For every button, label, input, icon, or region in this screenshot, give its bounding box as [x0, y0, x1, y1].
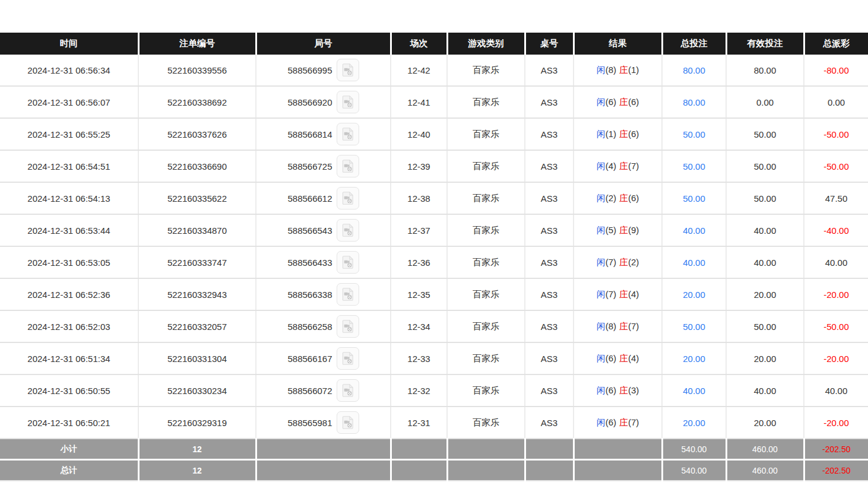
result-player-label: 闲	[597, 289, 606, 299]
table-row: 2024-12-31 06:51:34 522160331304 5885661…	[0, 342, 868, 374]
table-number: AS3	[525, 374, 574, 407]
video-file-icon	[340, 287, 356, 302]
payout-amount: -20.00	[804, 278, 868, 310]
table-row: 2024-12-31 06:50:55 522160330234 5885660…	[0, 374, 868, 407]
session-number: 12-41	[391, 86, 447, 118]
result-banker-points: (4)	[628, 353, 639, 363]
video-file-icon	[340, 94, 356, 110]
valid-bet-amount: 50.00	[726, 118, 804, 150]
round-number: 588566814	[287, 129, 332, 139]
bet-time: 2024-12-31 06:54:51	[0, 150, 138, 182]
result-player-label: 闲	[597, 97, 606, 107]
result-cell: 闲(7)庄(2)	[574, 246, 662, 278]
bet-time: 2024-12-31 06:56:07	[0, 86, 138, 118]
video-file-icon	[340, 319, 356, 334]
result-banker-label: 庄	[619, 353, 628, 363]
table-number: AS3	[525, 310, 574, 342]
game-type: 百家乐	[447, 278, 525, 310]
valid-bet-amount: 50.00	[726, 182, 804, 214]
round-cell: 588566995	[256, 55, 391, 86]
payout-amount: -50.00	[804, 150, 868, 182]
round-cell: 588566814	[256, 118, 391, 150]
video-replay-button[interactable]	[337, 251, 359, 274]
result-banker-points: (9)	[628, 225, 639, 235]
valid-bet-amount: 40.00	[726, 246, 804, 278]
video-replay-button[interactable]	[337, 379, 359, 402]
bet-time: 2024-12-31 06:50:55	[0, 374, 138, 407]
result-player-label: 闲	[597, 65, 606, 75]
game-type: 百家乐	[447, 118, 525, 150]
result-cell: 闲(6)庄(6)	[574, 86, 662, 118]
valid-bet-amount: 40.00	[726, 214, 804, 246]
result-player-label: 闲	[597, 353, 606, 363]
bet-id: 522160337626	[138, 118, 256, 150]
table-summary: 小计 12 540.00 460.00 -202.50 总计 12 540.00	[0, 439, 868, 481]
session-number: 12-38	[391, 182, 447, 214]
total-bet-amount: 80.00	[662, 86, 726, 118]
result-player-label: 闲	[597, 161, 606, 171]
video-replay-button[interactable]	[337, 219, 359, 242]
result-banker-label: 庄	[619, 225, 628, 235]
video-replay-button[interactable]	[337, 91, 359, 113]
valid-bet-amount: 20.00	[726, 342, 804, 374]
table-row: 2024-12-31 06:52:03 522160332057 5885662…	[0, 310, 868, 342]
video-replay-button[interactable]	[337, 283, 359, 306]
bet-id: 522160332057	[138, 310, 256, 342]
session-number: 12-34	[391, 310, 447, 342]
video-file-icon	[340, 351, 356, 366]
header-table-no: 桌号	[525, 33, 574, 55]
video-replay-button[interactable]	[337, 411, 359, 434]
payout-amount: 47.50	[804, 182, 868, 214]
table-number: AS3	[525, 342, 574, 374]
round-cell: 588566258	[256, 310, 391, 342]
session-number: 12-35	[391, 278, 447, 310]
video-replay-button[interactable]	[337, 187, 359, 209]
video-file-icon	[340, 190, 356, 206]
video-file-icon	[340, 415, 356, 430]
valid-bet-amount: 50.00	[726, 150, 804, 182]
header-row: 时间 注单编号 局号 场次 游戏类别 桌号 结果 总投注 有效投注 总派彩	[0, 33, 868, 55]
video-replay-button[interactable]	[337, 315, 359, 338]
summary-empty-cell	[447, 460, 525, 481]
total-label: 总计	[0, 460, 138, 481]
valid-bet-amount: 20.00	[726, 278, 804, 310]
bet-time: 2024-12-31 06:54:13	[0, 182, 138, 214]
video-replay-button[interactable]	[337, 347, 359, 370]
bet-time: 2024-12-31 06:52:36	[0, 278, 138, 310]
video-replay-button[interactable]	[337, 59, 359, 81]
result-banker-points: (4)	[628, 289, 639, 299]
result-player-label: 闲	[597, 417, 606, 427]
session-number: 12-36	[391, 246, 447, 278]
result-player-points: (6)	[606, 385, 616, 395]
total-bet-amount: 50.00	[662, 182, 726, 214]
subtotal-payout: -202.50	[804, 439, 868, 460]
result-banker-points: (7)	[628, 161, 639, 171]
result-banker-label: 庄	[619, 161, 628, 171]
result-player-points: (8)	[606, 321, 616, 331]
payout-amount: 40.00	[804, 374, 868, 407]
valid-bet-amount: 80.00	[726, 55, 804, 86]
result-player-points: (6)	[606, 417, 616, 427]
total-row: 总计 12 540.00 460.00 -202.50	[0, 460, 868, 481]
total-bet-amount: 20.00	[662, 342, 726, 374]
table-row: 2024-12-31 06:50:21 522160329319 5885659…	[0, 407, 868, 439]
round-number: 588566167	[287, 354, 332, 364]
table-row: 2024-12-31 06:52:36 522160332943 5885663…	[0, 278, 868, 310]
video-file-icon	[340, 158, 356, 174]
round-cell: 588565981	[256, 407, 391, 439]
subtotal-valid-bet: 460.00	[726, 439, 804, 460]
bet-id: 522160331304	[138, 342, 256, 374]
video-replay-button[interactable]	[337, 155, 359, 177]
result-cell: 闲(6)庄(3)	[574, 374, 662, 407]
summary-empty-cell	[256, 460, 391, 481]
result-cell: 闲(7)庄(4)	[574, 278, 662, 310]
result-player-points: (5)	[606, 225, 616, 235]
table-number: AS3	[525, 86, 574, 118]
session-number: 12-33	[391, 342, 447, 374]
game-type: 百家乐	[447, 150, 525, 182]
game-type: 百家乐	[447, 342, 525, 374]
round-cell: 588566612	[256, 182, 391, 214]
result-banker-label: 庄	[619, 65, 628, 75]
video-replay-button[interactable]	[337, 123, 359, 145]
round-cell: 588566725	[256, 150, 391, 182]
